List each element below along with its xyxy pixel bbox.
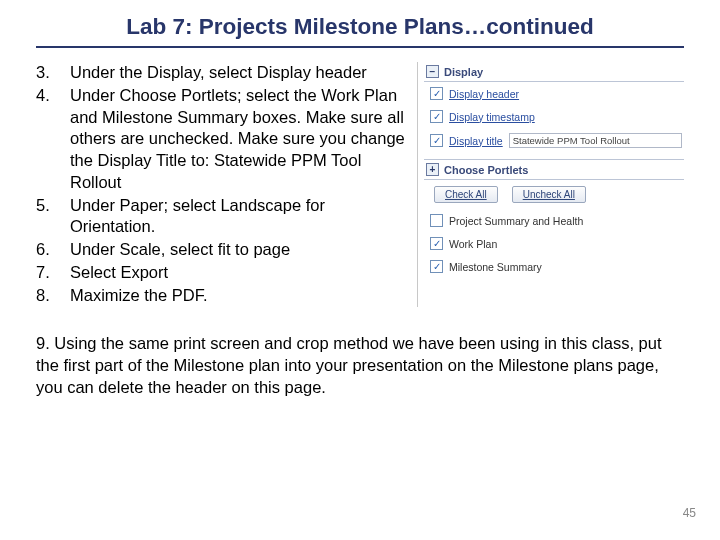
- option-label: Work Plan: [449, 238, 497, 250]
- option-display-timestamp[interactable]: Display timestamp: [424, 105, 684, 128]
- instruction-3: 3. Under the Display, select Display hea…: [36, 62, 409, 84]
- instruction-9: 9. Using the same print screen and crop …: [36, 333, 684, 398]
- instruction-text: Under the Display, select Display header: [58, 62, 409, 84]
- option-display-title[interactable]: Display title: [424, 128, 684, 153]
- slide-title: Lab 7: Projects Milestone Plans…continue…: [36, 14, 684, 48]
- collapse-icon[interactable]: −: [426, 65, 439, 78]
- option-milestone-summary[interactable]: Milestone Summary: [424, 255, 684, 278]
- instruction-7: 7. Select Export: [36, 262, 409, 284]
- check-all-button[interactable]: Check All: [434, 186, 498, 203]
- option-label: Display title: [449, 135, 503, 147]
- checkbox-icon[interactable]: [430, 87, 443, 100]
- instruction-number: 8.: [36, 285, 58, 307]
- option-project-summary[interactable]: Project Summary and Health: [424, 209, 684, 232]
- option-label: Project Summary and Health: [449, 215, 583, 227]
- instruction-text: Under Paper; select Landscape for Orient…: [58, 195, 409, 239]
- checkbox-icon[interactable]: [430, 110, 443, 123]
- checkbox-icon[interactable]: [430, 134, 443, 147]
- checkbox-icon[interactable]: [430, 214, 443, 227]
- instruction-4: 4. Under Choose Portlets; select the Wor…: [36, 85, 409, 194]
- checkbox-icon[interactable]: [430, 260, 443, 273]
- instruction-number: 3.: [36, 62, 58, 84]
- instruction-text: Under Choose Portlets; select the Work P…: [58, 85, 409, 194]
- instruction-number: 5.: [36, 195, 58, 217]
- option-work-plan[interactable]: Work Plan: [424, 232, 684, 255]
- instruction-list: 3. Under the Display, select Display hea…: [36, 62, 409, 307]
- instruction-6: 6. Under Scale, select fit to page: [36, 239, 409, 261]
- choose-portlets-label: Choose Portlets: [444, 164, 528, 176]
- expand-icon[interactable]: +: [426, 163, 439, 176]
- instruction-text: Under Scale, select fit to page: [58, 239, 409, 261]
- display-section-header[interactable]: − Display: [424, 62, 684, 82]
- option-label: Milestone Summary: [449, 261, 542, 273]
- option-label: Display timestamp: [449, 111, 535, 123]
- instruction-number: 6.: [36, 239, 58, 261]
- portlet-button-row: Check All Uncheck All: [424, 180, 684, 209]
- instruction-text: Maximize the PDF.: [58, 285, 409, 307]
- option-display-header[interactable]: Display header: [424, 82, 684, 105]
- instruction-5: 5. Under Paper; select Landscape for Ori…: [36, 195, 409, 239]
- option-label: Display header: [449, 88, 519, 100]
- choose-portlets-header[interactable]: + Choose Portlets: [424, 159, 684, 180]
- settings-panel: − Display Display header Display timesta…: [417, 62, 684, 307]
- instruction-8: 8. Maximize the PDF.: [36, 285, 409, 307]
- uncheck-all-button[interactable]: Uncheck All: [512, 186, 586, 203]
- instruction-text: Select Export: [58, 262, 409, 284]
- display-section-label: Display: [444, 66, 483, 78]
- checkbox-icon[interactable]: [430, 237, 443, 250]
- instruction-number: 4.: [36, 85, 58, 107]
- page-number: 45: [683, 506, 696, 520]
- display-title-input[interactable]: [509, 133, 682, 148]
- instruction-number: 7.: [36, 262, 58, 284]
